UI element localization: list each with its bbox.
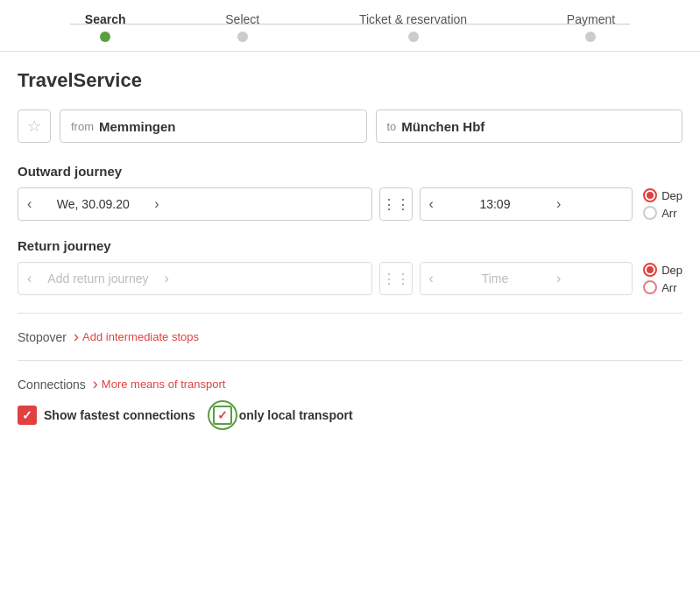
step-payment[interactable]: Payment — [567, 12, 615, 42]
step-ticket-label: Ticket & reservation — [359, 12, 467, 26]
step-search-dot — [100, 32, 110, 42]
local-checkbox-item[interactable]: only local transport — [213, 406, 353, 425]
connections-link-text: More means of transport — [102, 378, 226, 391]
fastest-checkbox[interactable] — [18, 406, 37, 425]
app-title-part2: Service — [74, 69, 142, 91]
return-date-value: Add return journey — [40, 272, 155, 286]
outward-date-next[interactable]: › — [145, 188, 167, 220]
outward-dep-label: Dep — [661, 189, 682, 202]
local-checkbox-label: only local transport — [239, 408, 353, 422]
return-date-prev[interactable]: ‹ — [18, 263, 40, 294]
outward-time-prev[interactable]: ‹ — [421, 188, 442, 220]
stopover-link-text: Add intermediate stops — [82, 330, 199, 343]
outward-arr-radio[interactable]: Arr — [643, 206, 682, 220]
outward-label: Outward journey — [18, 164, 682, 179]
chevron-right-icon: › — [556, 196, 561, 212]
chevron-right-icon: › — [556, 271, 561, 286]
app-title: TravelService — [18, 69, 682, 92]
return-time-next[interactable]: › — [548, 263, 569, 294]
connections-label: Connections — [18, 378, 86, 392]
fastest-checkbox-label: Show fastest connections — [44, 408, 195, 422]
return-time-input[interactable]: ‹ Time › — [420, 262, 633, 295]
calendar-icon: ⋮⋮ — [382, 271, 410, 287]
divider-2 — [18, 360, 682, 361]
outward-radio-group: Dep Arr — [643, 188, 682, 220]
outward-calendar-button[interactable]: ⋮⋮ — [379, 187, 413, 221]
return-time-prev[interactable]: ‹ — [421, 263, 442, 294]
app-title-part1: Travel — [18, 69, 74, 91]
chevron-left-icon: ‹ — [429, 196, 434, 212]
outward-dep-circle — [643, 188, 657, 202]
step-payment-label: Payment — [567, 12, 615, 26]
step-ticket[interactable]: Ticket & reservation — [359, 12, 467, 42]
return-arr-label: Arr — [661, 281, 676, 294]
outward-arr-label: Arr — [661, 207, 676, 220]
chevron-right-icon: › — [165, 271, 169, 286]
outward-date-input[interactable]: ‹ We, 30.09.20 › — [18, 187, 372, 221]
chevron-left-icon: ‹ — [429, 271, 434, 286]
to-input[interactable]: to München Hbf — [376, 109, 683, 143]
outward-time-next[interactable]: › — [548, 188, 569, 220]
local-checkbox-wrap — [213, 406, 232, 425]
outward-arr-circle — [643, 206, 657, 220]
favorite-button[interactable]: ☆ — [18, 109, 51, 143]
return-datetime-row: ‹ Add return journey › ⋮⋮ ‹ Time › — [18, 262, 682, 295]
stopover-row: Stopover Add intermediate stops — [18, 328, 682, 346]
to-value: München Hbf — [401, 119, 484, 134]
fastest-checkbox-item[interactable]: Show fastest connections — [18, 406, 195, 425]
outward-time-value: 13:09 — [442, 197, 548, 211]
step-select-label: Select — [225, 12, 259, 26]
outward-section: Outward journey ‹ We, 30.09.20 › ⋮⋮ ‹ 13… — [18, 164, 682, 221]
chevron-right-icon: › — [154, 196, 159, 212]
from-input[interactable]: from Memmingen — [60, 109, 367, 143]
checkbox-row: Show fastest connections only local tran… — [18, 406, 682, 425]
from-value: Memmingen — [99, 119, 176, 134]
main-content: TravelService ☆ from Memmingen to Münche… — [0, 52, 700, 442]
chevron-left-icon: ‹ — [27, 196, 32, 212]
step-search-label: Search — [85, 12, 126, 26]
star-icon: ☆ — [27, 116, 41, 136]
chevron-left-icon: ‹ — [27, 271, 32, 286]
return-date-input[interactable]: ‹ Add return journey › — [18, 262, 372, 295]
outward-time-input[interactable]: ‹ 13:09 › — [420, 187, 633, 221]
to-prefix: to — [387, 120, 397, 133]
outward-datetime-row: ‹ We, 30.09.20 › ⋮⋮ ‹ 13:09 › — [18, 187, 682, 221]
stopover-link[interactable]: Add intermediate stops — [74, 328, 199, 346]
location-row: ☆ from Memmingen to München Hbf — [18, 109, 682, 143]
step-select-dot — [237, 32, 248, 42]
step-search[interactable]: Search — [85, 12, 126, 42]
return-arr-circle — [643, 280, 657, 294]
calendar-icon: ⋮⋮ — [382, 196, 410, 213]
step-payment-dot — [585, 32, 596, 42]
stopover-label: Stopover — [18, 330, 67, 344]
return-section: Return journey ‹ Add return journey › ⋮⋮… — [18, 238, 682, 295]
return-label: Return journey — [18, 238, 682, 253]
return-arr-radio[interactable]: Arr — [643, 280, 682, 294]
outward-dep-radio[interactable]: Dep — [643, 188, 682, 202]
progress-bar: Search Select Ticket & reservation Payme… — [0, 0, 700, 52]
return-dep-label: Dep — [661, 264, 682, 277]
return-radio-group: Dep Arr — [643, 263, 682, 294]
outward-date-value: We, 30.09.20 — [40, 197, 145, 211]
step-ticket-dot — [408, 32, 419, 42]
return-dep-circle — [643, 263, 657, 277]
outward-date-prev[interactable]: ‹ — [18, 188, 40, 220]
connections-link[interactable]: More means of transport — [93, 375, 226, 393]
return-time-value: Time — [442, 272, 548, 286]
return-date-next[interactable]: › — [156, 263, 178, 294]
return-calendar-button[interactable]: ⋮⋮ — [379, 262, 413, 295]
return-dep-radio[interactable]: Dep — [643, 263, 682, 277]
divider-1 — [18, 313, 682, 314]
from-prefix: from — [71, 120, 94, 133]
connections-row: Connections More means of transport — [18, 375, 682, 393]
step-select[interactable]: Select — [225, 12, 259, 42]
local-checkbox[interactable] — [213, 406, 232, 425]
